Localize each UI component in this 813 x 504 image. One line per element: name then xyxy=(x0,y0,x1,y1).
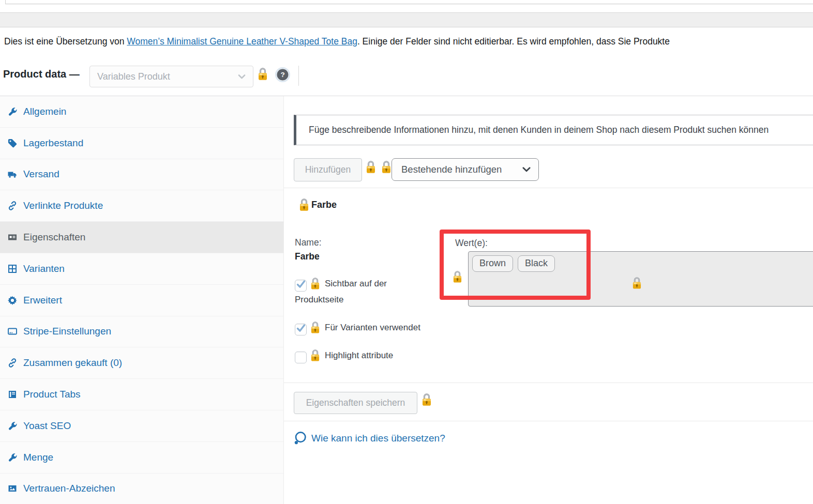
attribute-name-value: Farbe xyxy=(295,251,320,262)
add-existing-attribute-value: Bestehende hinzufügen xyxy=(401,164,502,175)
sidebar-item-versand[interactable]: Versand xyxy=(0,159,283,191)
lock-icon xyxy=(366,160,376,174)
sidebar-item-erweitert[interactable]: Erweitert xyxy=(0,285,283,316)
metabox-header-band xyxy=(0,12,813,27)
product-data-tabs: Allgemein Lagerbestand Versand Verlinkte… xyxy=(0,96,284,504)
lock-icon xyxy=(381,160,392,174)
translation-notice: Dies ist eine Übersetzung von Women’s Mi… xyxy=(4,36,813,47)
sidebar-item-label: Varianten xyxy=(23,263,65,274)
chevron-down-icon xyxy=(522,167,531,172)
used-for-variations-checkbox[interactable] xyxy=(295,324,307,335)
credit-card-icon xyxy=(7,326,18,337)
sidebar-item-label: Eigenschaften xyxy=(23,232,85,243)
attribute-name-label: Name: xyxy=(295,237,322,248)
sidebar-item-product-tabs[interactable]: Product Tabs xyxy=(0,379,283,410)
sidebar-item-eigenschaften[interactable]: Eigenschaften xyxy=(0,222,283,253)
highlight-attribute-label: Highlight attribute xyxy=(325,350,393,360)
wrench-icon xyxy=(7,452,18,463)
translation-notice-suffix: . Einige der Felder sind nicht editierba… xyxy=(357,36,670,47)
sidebar-item-stripe-einstellungen[interactable]: Stripe-Einstellungen xyxy=(0,316,283,348)
sidebar-item-yoast-seo[interactable]: Yoast SEO xyxy=(0,410,283,442)
help-icon[interactable] xyxy=(277,69,289,81)
sidebar-item-verlinkte-produkte[interactable]: Verlinkte Produkte xyxy=(0,190,283,222)
wrench-icon xyxy=(7,421,18,431)
chevron-down-icon xyxy=(238,74,246,79)
lock-icon xyxy=(310,348,320,362)
translate-help-icon xyxy=(293,431,307,445)
sidebar-item-label: Verlinkte Produkte xyxy=(23,200,103,211)
visible-on-product-page-row: Sichtbar auf der Produktseite xyxy=(295,276,425,308)
sidebar-item-label: Product Tabs xyxy=(23,389,81,400)
attribute-values-box[interactable]: Brown Black xyxy=(468,251,813,307)
wrench-icon xyxy=(7,106,18,117)
sidebar-item-allgemein[interactable]: Allgemein xyxy=(0,96,283,128)
editor-bottom-edge xyxy=(5,0,813,4)
product-data-heading: Product data — xyxy=(3,68,80,80)
image-icon xyxy=(7,483,18,494)
tag-icon xyxy=(7,138,18,148)
visible-checkbox[interactable] xyxy=(295,280,307,292)
used-for-variations-row: Für Varianten verwendet xyxy=(295,319,425,335)
truck-icon xyxy=(7,169,18,179)
sidebar-item-zusammen-gekauft[interactable]: Zusammen gekauft (0) xyxy=(0,347,283,379)
link-icon xyxy=(7,358,18,368)
attributes-info-text: Füge beschreibende Informationen hinzu, … xyxy=(309,125,769,135)
link-icon xyxy=(7,201,18,211)
sidebar-item-varianten[interactable]: Varianten xyxy=(0,253,283,285)
sidebar-item-label: Lagerbestand xyxy=(23,138,83,149)
sidebar-item-lagerbestand[interactable]: Lagerbestand xyxy=(0,128,283,159)
lock-icon xyxy=(421,392,432,406)
highlight-attribute-row: Highlight attribute xyxy=(295,347,425,363)
lock-icon xyxy=(453,270,462,283)
save-attributes-button[interactable]: Eigenschaften speichern xyxy=(294,392,417,414)
sidebar-item-label: Vertrauen-Abzeichen xyxy=(23,483,115,494)
how-to-translate-label: Wie kann ich dies übersetzen? xyxy=(311,433,445,444)
divider xyxy=(284,383,813,383)
attributes-info-notice: Füge beschreibende Informationen hinzu, … xyxy=(294,115,813,145)
attribute-value-tags: Brown Black xyxy=(472,255,555,272)
lock-icon xyxy=(310,277,320,290)
visible-checkbox-label: Sichtbar auf der Produktseite xyxy=(295,279,387,304)
book-icon xyxy=(7,389,18,400)
sidebar-item-label: Stripe-Einstellungen xyxy=(23,326,111,337)
index-card-icon xyxy=(7,232,18,242)
gear-icon xyxy=(7,295,18,306)
sidebar-item-label: Menge xyxy=(23,452,53,463)
attribute-values-label: Wert(e): xyxy=(455,238,488,249)
product-data-panel: Allgemein Lagerbestand Versand Verlinkte… xyxy=(0,96,813,504)
translation-notice-prefix: Dies ist eine Übersetzung von xyxy=(4,36,127,47)
lock-icon xyxy=(632,276,642,289)
divider xyxy=(284,421,813,421)
used-for-variations-label: Für Varianten verwendet xyxy=(325,323,420,332)
product-type-select[interactable]: Variables Produkt xyxy=(89,66,253,87)
original-product-link[interactable]: Women’s Minimalist Genuine Leather V-Sha… xyxy=(127,36,357,47)
lock-icon xyxy=(299,197,309,211)
attributes-tab-content: Füge beschreibende Informationen hinzu, … xyxy=(284,96,813,504)
sidebar-item-label: Zusammen gekauft (0) xyxy=(23,357,122,369)
lock-icon xyxy=(258,67,268,81)
sidebar-item-vertrauen-abzeichen[interactable]: Vertrauen-Abzeichen xyxy=(0,474,283,504)
sidebar-item-label: Erweitert xyxy=(23,295,62,306)
add-attribute-button[interactable]: Hinzufügen xyxy=(294,158,362,181)
grid-icon xyxy=(7,264,18,274)
sidebar-item-label: Yoast SEO xyxy=(23,420,71,432)
how-to-translate-link[interactable]: Wie kann ich dies übersetzen? xyxy=(293,431,445,445)
add-existing-attribute-select[interactable]: Bestehende hinzufügen xyxy=(392,158,539,181)
highlight-attribute-checkbox[interactable] xyxy=(295,352,307,363)
product-type-select-value: Variables Produkt xyxy=(97,71,170,82)
attribute-value-tag: Black xyxy=(518,255,555,272)
sidebar-item-menge[interactable]: Menge xyxy=(0,442,283,474)
sidebar-item-label: Versand xyxy=(23,169,59,180)
sidebar-item-label: Allgemein xyxy=(23,106,66,117)
vertical-divider xyxy=(298,66,299,86)
divider xyxy=(284,188,813,188)
attribute-value-tag: Brown xyxy=(472,255,513,272)
lock-icon xyxy=(310,320,320,334)
attribute-heading: Farbe xyxy=(311,200,337,210)
